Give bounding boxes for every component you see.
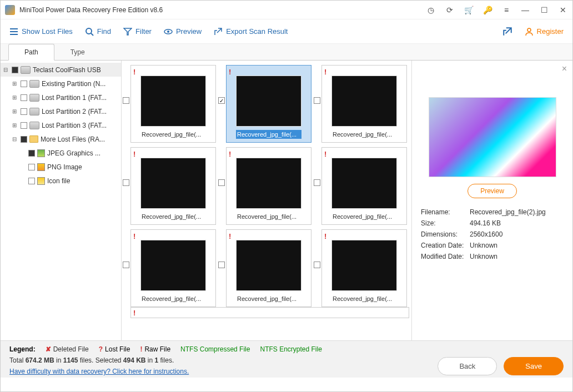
tree-subitem[interactable]: JPEG Graphics ... <box>1 146 121 160</box>
expand-icon[interactable]: ⊞ <box>11 94 18 100</box>
thumb-checkbox[interactable] <box>123 97 129 104</box>
tree-item[interactable]: ⊞Existing Partition (N... <box>1 77 121 91</box>
meta-key: Filename: <box>421 208 470 216</box>
close-icon[interactable]: ✕ <box>558 5 568 15</box>
preview-meta: Filename:Recovered_jpg_file(2).jpg Size:… <box>421 208 564 260</box>
tree-checkbox[interactable] <box>21 94 27 101</box>
preview-toolbar-button[interactable]: Preview <box>164 27 202 36</box>
thumb-image <box>140 76 206 127</box>
thumb-label: Recovered_jpg_file(... <box>331 212 397 221</box>
export-button[interactable]: Export Scan Result <box>214 27 288 36</box>
thumbnail-grid[interactable]: !Recovered_jpg_file(...✓!Recovered_jpg_f… <box>122 61 411 340</box>
thumb-checkbox[interactable]: ✓ <box>218 97 225 104</box>
collapse-icon[interactable]: ⊟ <box>2 67 9 73</box>
meta-key: Size: <box>421 219 470 227</box>
tab-type[interactable]: Type <box>54 44 101 61</box>
folder-tree: ⊟ Teclast CoolFlash USB ⊞Existing Partit… <box>1 61 122 340</box>
view-tabs: Path Type <box>1 44 572 61</box>
tree-item[interactable]: ⊟More Lost Files (RA... <box>1 132 121 146</box>
collapse-icon[interactable]: ⊟ <box>11 136 18 142</box>
maximize-icon[interactable]: ☐ <box>539 5 549 15</box>
image-type-icon <box>37 149 45 157</box>
tree-checkbox[interactable] <box>28 164 35 170</box>
key-icon[interactable]: 🔑 <box>482 5 492 15</box>
legend-row: Legend: ✘Deleted File ?Lost File !Raw Fi… <box>9 345 564 353</box>
minimize-icon[interactable]: — <box>520 5 530 15</box>
thumbnail-item[interactable]: ✓!Recovered_jpg_file(... <box>219 65 311 143</box>
thumb-checkbox[interactable] <box>123 262 129 268</box>
thumb-image <box>331 76 397 127</box>
image-type-icon <box>37 177 45 185</box>
tree-checkbox[interactable] <box>21 81 27 87</box>
thumb-checkbox[interactable] <box>218 179 225 186</box>
show-lost-label: Show Lost Files <box>22 27 73 36</box>
stats-text: Total 674.2 MB in 1145 files. Selected 4… <box>9 356 438 364</box>
tree-item[interactable]: ⊞Lost Partition 1 (FAT... <box>1 91 121 104</box>
meta-val: 494.16 KB <box>470 219 501 227</box>
tree-checkbox[interactable] <box>28 178 35 184</box>
show-lost-files-button[interactable]: Show Lost Files <box>9 27 73 36</box>
preview-panel: × Preview Filename:Recovered_jpg_file(2)… <box>411 61 572 340</box>
image-type-icon <box>37 163 45 171</box>
app-logo-icon <box>5 5 15 15</box>
results-area: !Recovered_jpg_file(...✓!Recovered_jpg_f… <box>122 61 572 340</box>
filter-button[interactable]: Filter <box>123 27 152 36</box>
help-link[interactable]: Have difficulty with data recovery? Clic… <box>9 368 189 375</box>
thumb-checkbox[interactable] <box>218 262 225 268</box>
thumb-checkbox[interactable] <box>314 179 320 186</box>
share-button[interactable] <box>502 27 512 37</box>
footer: Legend: ✘Deleted File ?Lost File !Raw Fi… <box>1 340 572 378</box>
folder-icon <box>29 135 38 143</box>
tree-checkbox[interactable] <box>21 108 27 115</box>
tree-checkbox[interactable] <box>21 122 27 129</box>
legend-label: Legend: <box>9 345 36 353</box>
tree-label: Icon file <box>47 177 70 185</box>
tree-root[interactable]: ⊟ Teclast CoolFlash USB <box>1 63 121 77</box>
expand-icon[interactable]: ⊞ <box>11 108 18 114</box>
clock-icon[interactable]: ◷ <box>426 5 436 15</box>
raw-marker-icon: ! <box>324 68 326 76</box>
tree-checkbox[interactable] <box>28 150 35 157</box>
cart-icon[interactable]: 🛒 <box>464 5 474 15</box>
thumbnail-item[interactable]: !Recovered_jpg_file(... <box>219 229 311 307</box>
raw-marker-icon: ! <box>229 68 231 76</box>
thumbnail-item[interactable]: !Recovered_jpg_file(... <box>315 147 407 225</box>
window-title: MiniTool Power Data Recovery Free Editio… <box>19 6 426 14</box>
raw-marker-icon: ! <box>324 232 326 240</box>
close-preview-icon[interactable]: × <box>562 64 567 74</box>
preview-image <box>429 97 556 177</box>
tree-checkbox[interactable] <box>12 67 18 73</box>
preview-button[interactable]: Preview <box>468 184 517 198</box>
meta-key: Modified Date: <box>421 253 470 260</box>
thumbnail-item[interactable]: !Recovered_jpg_file(... <box>124 65 216 143</box>
thumbnail-item[interactable]: !Recovered_jpg_file(... <box>315 65 407 143</box>
tree-checkbox[interactable] <box>21 136 27 143</box>
find-button[interactable]: Find <box>85 27 111 36</box>
thumbnail-item[interactable]: !Recovered_jpg_file(... <box>315 229 407 307</box>
thumb-checkbox[interactable] <box>123 179 129 186</box>
export-label: Export Scan Result <box>226 27 288 36</box>
menu-icon[interactable]: ≡ <box>501 5 511 15</box>
meta-val: Unknown <box>470 253 497 260</box>
user-icon <box>525 27 534 36</box>
tree-item[interactable]: ⊞Lost Partition 2 (FAT... <box>1 104 121 118</box>
expand-icon[interactable]: ⊞ <box>11 81 18 87</box>
register-button[interactable]: Register <box>525 27 564 36</box>
refresh-icon[interactable]: ⟳ <box>445 5 455 15</box>
thumbnail-item[interactable]: !Recovered_jpg_file(... <box>124 229 216 307</box>
thumb-label: Recovered_jpg_file(... <box>236 212 301 221</box>
expand-icon[interactable]: ⊞ <box>11 122 18 128</box>
thumbnail-item[interactable]: !Recovered_jpg_file(... <box>124 147 216 225</box>
legend-deleted: ✘Deleted File <box>46 345 89 353</box>
tree-subitem[interactable]: PNG Image <box>1 160 121 174</box>
thumb-checkbox[interactable] <box>314 97 320 104</box>
eye-icon <box>164 27 173 36</box>
save-button[interactable]: Save <box>504 357 564 375</box>
thumb-checkbox[interactable] <box>314 262 320 268</box>
tab-path[interactable]: Path <box>8 44 54 61</box>
tree-item[interactable]: ⊞Lost Partition 3 (FAT... <box>1 118 121 132</box>
thumbnail-item[interactable]: !Recovered_jpg_file(... <box>219 147 311 225</box>
tree-subitem[interactable]: Icon file <box>1 174 121 188</box>
back-button[interactable]: Back <box>438 357 497 375</box>
meta-val: Unknown <box>470 242 497 249</box>
